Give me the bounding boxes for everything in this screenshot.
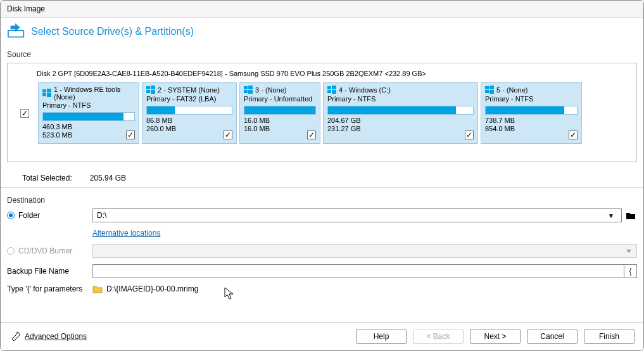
- radio-on-icon: [7, 212, 15, 219]
- parameters-button[interactable]: {: [624, 264, 637, 278]
- cursor-icon: [224, 287, 234, 303]
- windows-icon: [244, 86, 253, 94]
- partition-card-5[interactable]: 5 - (None) Primary - NTFS 738.7 MB854.0 …: [481, 82, 582, 144]
- svg-rect-20: [489, 90, 494, 94]
- usage-bar: [146, 106, 232, 115]
- svg-rect-18: [489, 86, 494, 89]
- svg-rect-6: [151, 86, 155, 89]
- partition-used: 204.67 GB: [327, 117, 474, 125]
- total-selected-value: 205.94 GB: [90, 174, 126, 182]
- advanced-options-link[interactable]: Advanced Options: [9, 331, 87, 342]
- partition-checkbox[interactable]: ✓: [126, 131, 135, 139]
- next-button[interactable]: Next >: [470, 329, 521, 344]
- folder-icon: [92, 284, 103, 293]
- svg-rect-7: [146, 90, 150, 93]
- help-button[interactable]: Help: [356, 329, 407, 344]
- source-label: Source: [7, 50, 637, 59]
- svg-rect-13: [327, 86, 331, 89]
- wrench-icon: [9, 331, 21, 342]
- usage-bar: [485, 106, 578, 115]
- partition-title: 2 - SYSTEM (None): [158, 86, 220, 94]
- svg-rect-8: [151, 90, 155, 94]
- windows-icon: [485, 86, 494, 94]
- parameters-hint: Type '{' for parameters: [7, 284, 92, 293]
- partition-checkbox[interactable]: ✓: [569, 131, 578, 139]
- browse-folder-icon[interactable]: [624, 208, 637, 222]
- destination-label: Destination: [7, 196, 637, 205]
- svg-rect-17: [485, 86, 489, 89]
- disk-checkbox[interactable]: ✓: [20, 109, 29, 118]
- alternative-locations-link[interactable]: Alternative locations: [92, 229, 160, 238]
- burner-radio-label: CD/DVD Burner: [18, 246, 72, 255]
- cancel-button[interactable]: Cancel: [527, 329, 578, 344]
- partition-total: 523.0 MB: [42, 131, 135, 139]
- partition-used: 86.8 MB: [146, 117, 232, 125]
- usage-bar: [244, 106, 316, 115]
- svg-rect-1: [42, 89, 46, 93]
- total-selected-row: Total Selected: 205.94 GB: [22, 174, 637, 182]
- source-box: Disk 2 GPT [6D09E2A3-CAE8-11EB-A520-B40E…: [7, 63, 637, 162]
- advanced-options-label: Advanced Options: [25, 332, 87, 341]
- partition-card-1[interactable]: 1 - Windows RE tools (None) Primary - NT…: [38, 82, 139, 144]
- partition-title: 4 - Windows (C:): [339, 86, 391, 94]
- partition-checkbox[interactable]: ✓: [307, 131, 316, 139]
- back-button: < Back: [413, 329, 464, 344]
- partition-total: 260.0 MB: [146, 125, 232, 133]
- windows-icon: [327, 86, 336, 94]
- svg-rect-0: [8, 30, 23, 37]
- burner-dropdown[interactable]: [92, 244, 637, 258]
- partition-used: 738.7 MB: [485, 117, 578, 125]
- partition-type: Primary - NTFS: [42, 101, 135, 109]
- partition-total: 16.0 MB: [244, 125, 316, 133]
- backup-file-name-label: Backup File Name: [7, 267, 92, 276]
- svg-rect-5: [146, 86, 150, 89]
- disk-header: Disk 2 GPT [6D09E2A3-CAE8-11EB-A520-B40E…: [37, 70, 630, 77]
- partition-type: Primary - Unformatted: [244, 95, 316, 103]
- page-title: Select Source Drive(s) & Partition(s): [31, 26, 194, 37]
- total-selected-label: Total Selected:: [22, 174, 72, 182]
- partition-title: 5 - (None): [496, 86, 528, 94]
- page-header: Select Source Drive(s) & Partition(s): [7, 22, 637, 41]
- svg-rect-19: [485, 90, 489, 93]
- backup-path-preview: D:\{IMAGEID}-00-00.mrimg: [106, 284, 198, 293]
- partition-used: 16.0 MB: [244, 117, 316, 125]
- footer: Advanced Options Help < Back Next > Canc…: [1, 322, 643, 350]
- partition-title: 1 - Windows RE tools (None): [54, 86, 135, 101]
- partition-type: Primary - FAT32 (LBA): [146, 95, 232, 103]
- svg-rect-16: [332, 90, 336, 94]
- partition-checkbox[interactable]: ✓: [224, 131, 232, 139]
- disk-image-icon: [7, 22, 26, 41]
- folder-input[interactable]: D:\: [97, 211, 605, 220]
- svg-rect-9: [244, 86, 248, 89]
- divider: [1, 188, 643, 188]
- svg-rect-14: [332, 86, 336, 89]
- radio-off-icon: [7, 247, 15, 255]
- partition-card-4[interactable]: 4 - Windows (C:) Primary - NTFS 204.67 G…: [323, 82, 478, 144]
- partition-title: 3 - (None): [255, 86, 287, 94]
- partition-card-2[interactable]: 2 - SYSTEM (None) Primary - FAT32 (LBA) …: [142, 82, 237, 144]
- folder-radio-label: Folder: [18, 211, 40, 220]
- partition-total: 231.27 GB: [327, 125, 474, 133]
- partition-card-3[interactable]: 3 - (None) Primary - Unformatted 16.0 MB…: [239, 82, 320, 144]
- usage-bar: [327, 106, 474, 115]
- partition-checkbox[interactable]: ✓: [465, 131, 474, 139]
- svg-rect-3: [42, 93, 46, 96]
- svg-rect-4: [47, 93, 51, 97]
- partition-used: 460.3 MB: [42, 123, 135, 131]
- folder-radio[interactable]: Folder: [7, 211, 92, 220]
- svg-rect-12: [248, 90, 253, 94]
- partition-total: 854.0 MB: [485, 125, 578, 133]
- svg-rect-15: [327, 90, 331, 93]
- usage-bar: [42, 112, 135, 121]
- svg-rect-10: [248, 86, 253, 89]
- folder-dropdown-icon[interactable]: ▼: [605, 208, 617, 222]
- svg-rect-11: [244, 90, 248, 93]
- svg-rect-2: [47, 89, 51, 93]
- window-title: Disk Image: [7, 4, 45, 13]
- finish-button[interactable]: Finish: [584, 329, 635, 344]
- window-titlebar: Disk Image: [1, 1, 643, 18]
- windows-icon: [146, 86, 155, 94]
- backup-file-name-input[interactable]: [92, 264, 624, 278]
- windows-icon: [42, 89, 51, 98]
- burner-radio[interactable]: CD/DVD Burner: [7, 246, 92, 255]
